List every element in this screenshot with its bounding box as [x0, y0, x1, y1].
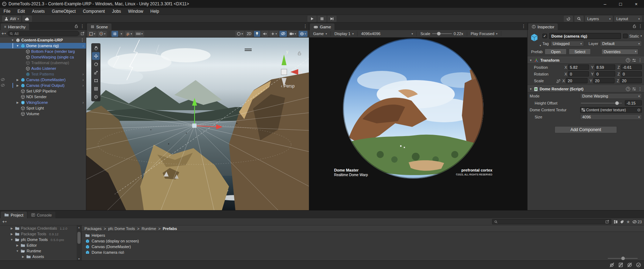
scene-visibility-toggle[interactable]: [279, 31, 287, 37]
breadcrumb-packages[interactable]: Packages: [84, 226, 102, 231]
tab-hierarchy[interactable]: ≡ Hierarchy: [1, 23, 29, 30]
breadcrumb-prefabs[interactable]: Prefabs: [163, 226, 177, 231]
transform-tool-button[interactable]: [92, 85, 100, 93]
layers-dropdown[interactable]: Layers ▾: [585, 16, 613, 22]
height-offset-slider[interactable]: [581, 103, 622, 103]
rotation-y-field[interactable]: 0: [595, 71, 615, 77]
file-item-dome-camera-rig[interactable]: Dome (camera rig): [82, 250, 644, 254]
tree-item-package-credentials[interactable]: ▶ Package Credentials1.2.0: [0, 225, 81, 231]
scale-slider[interactable]: [432, 33, 452, 34]
menu-jobs[interactable]: Jobs: [108, 8, 124, 15]
static-checkbox[interactable]: [623, 34, 628, 38]
chevron-down-icon[interactable]: ▾: [640, 34, 642, 38]
rect-tool-button[interactable]: [92, 77, 100, 84]
position-z-field[interactable]: -0.61: [621, 65, 642, 70]
cache-server-status-icon[interactable]: [627, 262, 632, 268]
scale-x-field[interactable]: 20: [566, 78, 587, 83]
hierarchy-item-volume[interactable]: Volume: [0, 111, 86, 117]
kebab-menu-icon[interactable]: ⋮: [80, 24, 84, 29]
prefab-open-chevron[interactable]: ›: [82, 83, 84, 88]
effects-dropdown[interactable]: ▾: [269, 31, 278, 37]
height-offset-field[interactable]: -0.15: [625, 100, 642, 106]
camera-settings-dropdown[interactable]: ▾: [288, 31, 298, 37]
create-asset-button[interactable]: +▾: [2, 219, 7, 224]
scene-visibility-off-icon[interactable]: [1, 84, 5, 87]
file-item-helpers[interactable]: Helpers: [82, 232, 644, 238]
play-button[interactable]: [307, 16, 317, 22]
kebab-menu-icon[interactable]: ⋮: [303, 24, 307, 29]
breadcrumb-pfc-dome-tools[interactable]: pfc Dome Tools: [108, 226, 135, 231]
2d-toggle[interactable]: 2D: [245, 31, 253, 37]
foldout-arrow-icon[interactable]: ▼: [529, 59, 532, 62]
undo-history-button[interactable]: [564, 16, 573, 22]
resolution-dropdown[interactable]: 4096x4096▾: [359, 31, 415, 37]
icon-size-slider-thumb[interactable]: [621, 257, 625, 260]
tree-scrollbar[interactable]: ▲ ▼: [77, 225, 81, 261]
maximize-button[interactable]: □: [613, 0, 628, 8]
constrain-proportions-icon[interactable]: [556, 79, 560, 83]
kebab-menu-icon[interactable]: ⋮: [638, 58, 642, 63]
object-name-field[interactable]: [549, 33, 621, 39]
rotation-x-field[interactable]: 0: [568, 71, 589, 77]
audio-toggle[interactable]: [261, 31, 268, 37]
gizmo-lock-icon[interactable]: [298, 52, 301, 55]
game-viewport[interactable]: Dome Master Realtime Dome Warp prefronta…: [309, 38, 527, 210]
position-x-field[interactable]: 5.82: [568, 65, 589, 70]
height-offset-slider-thumb[interactable]: [615, 101, 619, 105]
file-item-canvas-domemaster[interactable]: Canvas (DomeMaster): [82, 244, 644, 250]
scale-slider-thumb[interactable]: [437, 32, 441, 35]
hierarchy-item-bottom-face[interactable]: Bottom Face (render targ: [0, 49, 86, 54]
lock-icon[interactable]: [633, 24, 636, 28]
grid-snap-toggle[interactable]: [111, 31, 118, 37]
increment-snap-toggle[interactable]: ▾: [125, 31, 133, 37]
menu-edit[interactable]: Edit: [14, 8, 28, 15]
expand-arrow-icon[interactable]: ▼: [16, 44, 20, 47]
prefab-open-chevron[interactable]: ›: [82, 72, 84, 76]
kebab-menu-icon[interactable]: ⋮: [638, 86, 642, 91]
tab-game[interactable]: Game: [310, 23, 334, 30]
hierarchy-item-set-urp-pipeline[interactable]: Set URP Pipeline: [0, 88, 86, 94]
scale-z-field[interactable]: 20: [620, 78, 642, 83]
overlay-handle-icon[interactable]: [244, 48, 252, 51]
transform-header[interactable]: ▼ Transform ? ⋮: [528, 57, 644, 64]
tool-handle-rotation-dropdown[interactable]: ▾: [98, 31, 107, 37]
menu-file[interactable]: File: [0, 8, 14, 15]
collapse-arrow-icon[interactable]: ▶: [16, 101, 20, 104]
hierarchy-item-spot-light[interactable]: Spot Light: [0, 105, 86, 111]
active-checkbox[interactable]: ✓: [542, 34, 547, 38]
help-icon[interactable]: ?: [626, 87, 630, 91]
layer-dropdown[interactable]: Default▾: [600, 41, 642, 46]
tree-item-runtime[interactable]: ▼ Runtime: [0, 248, 81, 254]
hierarchy-search-input[interactable]: [15, 32, 77, 36]
hierarchy-item-domewarping[interactable]: DomeWarping (single ca: [0, 54, 86, 60]
scrollbar-thumb[interactable]: [77, 232, 81, 244]
snap-settings-dropdown[interactable]: ▾: [135, 31, 144, 37]
hierarchy-item-test-patterns[interactable]: Test Patterns ›: [0, 71, 86, 77]
lighting-toggle[interactable]: [254, 31, 260, 37]
debugger-status-icon[interactable]: [609, 262, 615, 268]
hierarchy-item-scene[interactable]: ▼ Content-Example-URP ⋮: [0, 37, 86, 43]
scale-y-field[interactable]: 20: [593, 78, 615, 83]
scene-visibility-off-icon[interactable]: [1, 78, 5, 81]
scroll-down-icon[interactable]: ▼: [77, 258, 81, 260]
tree-item-pfc-dome-tools[interactable]: ▼ pfc Dome Tools0.5.0-pre: [0, 237, 81, 242]
close-button[interactable]: ×: [628, 0, 644, 8]
search-by-label-button[interactable]: [620, 220, 624, 224]
global-search-button[interactable]: [574, 16, 584, 22]
tab-scene[interactable]: Scene: [87, 23, 111, 30]
foldout-arrow-icon[interactable]: ▼: [529, 88, 532, 91]
open-search-window-icon[interactable]: [605, 220, 609, 224]
prefab-open-chevron[interactable]: ›: [82, 44, 84, 48]
presets-icon[interactable]: [632, 58, 636, 62]
object-picker-icon[interactable]: ⊙: [637, 108, 640, 112]
hierarchy-item-vikingscene[interactable]: ▶ VikingScene ›: [0, 100, 86, 105]
import-activity-icon[interactable]: [618, 262, 623, 268]
mode-dropdown[interactable]: Dome Warping▾: [580, 93, 642, 99]
add-component-button[interactable]: Add Component: [555, 126, 617, 133]
tab-inspector[interactable]: Inspector: [528, 23, 558, 30]
breadcrumb-runtime[interactable]: Runtime: [142, 226, 156, 231]
prefab-open-chevron[interactable]: ›: [82, 78, 84, 82]
tool-handle-position-dropdown[interactable]: ▾: [88, 31, 97, 37]
project-search[interactable]: [492, 219, 611, 224]
collapse-arrow-icon[interactable]: ▶: [16, 78, 20, 82]
